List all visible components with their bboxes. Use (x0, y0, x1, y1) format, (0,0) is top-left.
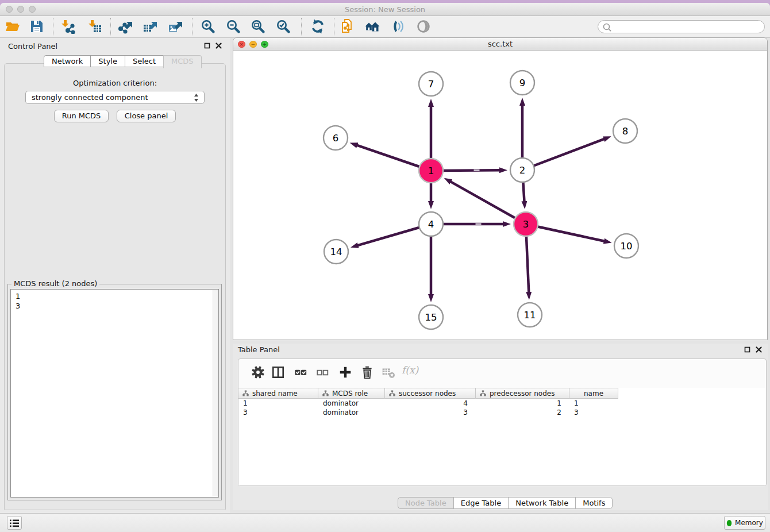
edge-2-8[interactable] (522, 139, 605, 170)
control-panel: Control Panel NetworkStyleSelectMCDS Opt… (0, 38, 230, 513)
svg-text:2: 2 (519, 165, 526, 176)
close-panel-icon[interactable] (215, 43, 222, 49)
node-15[interactable]: 15 (419, 305, 443, 329)
svg-text:6: 6 (333, 133, 339, 144)
float-panel-icon[interactable] (204, 43, 210, 49)
network-view-window: × − + scc.txt 7968124314101511 (233, 37, 768, 340)
tab-style[interactable]: Style (90, 55, 125, 67)
mcds-result-box: 13 (10, 289, 219, 498)
table-row[interactable]: 3dominator323 (238, 408, 766, 417)
add-row-icon[interactable] (338, 365, 352, 379)
run-mcds-button[interactable]: Run MCDS (54, 110, 109, 122)
table-cell: 1 (476, 399, 569, 408)
function-builder-icon[interactable]: f(x) (402, 364, 421, 378)
table-panel: Table Panel f(x) shared nameMCDS rolesuc… (233, 344, 768, 510)
svg-text:14: 14 (330, 246, 342, 257)
show-columns-icon[interactable] (271, 365, 285, 379)
float-table-panel-icon[interactable] (744, 346, 750, 353)
tab-motifs[interactable]: Motifs (575, 497, 613, 509)
delete-table-icon[interactable] (382, 365, 395, 379)
tab-mcds[interactable]: MCDS (163, 55, 202, 68)
table-cell: 3 (569, 408, 618, 417)
export-image-icon[interactable] (168, 19, 183, 34)
edge-3-1[interactable] (451, 182, 526, 224)
task-list-icon (7, 516, 21, 530)
edge-label-tick (476, 223, 482, 225)
zoom-in-icon[interactable] (201, 19, 215, 34)
tab-network[interactable]: Network (44, 55, 91, 67)
save-session-icon[interactable] (29, 19, 44, 34)
svg-text:9: 9 (519, 78, 526, 88)
import-network-icon[interactable] (60, 19, 75, 34)
column-header-predecessor-nodes[interactable]: predecessor nodes (476, 388, 569, 399)
import-public-network-icon[interactable] (340, 19, 355, 34)
column-header-name[interactable]: name (569, 388, 618, 399)
node-7[interactable]: 7 (419, 72, 443, 96)
select-all-icon[interactable] (294, 365, 307, 379)
network-graph[interactable]: 7968124314101511 (233, 51, 767, 340)
column-header-successor-nodes[interactable]: successor nodes (385, 388, 476, 399)
window-titlebar: Session: New Session (0, 3, 770, 16)
toolbar-separator (192, 18, 192, 36)
memory-button[interactable]: Memory (724, 516, 765, 530)
birds-eye-view-icon[interactable] (416, 19, 431, 34)
table-cell: 3 (238, 408, 318, 417)
svg-text:1: 1 (428, 165, 434, 176)
node-2[interactable]: 2 (510, 158, 534, 182)
deselect-all-icon[interactable] (315, 365, 329, 379)
mcds-result-group: MCDS result (2 nodes) 13 (7, 284, 222, 500)
import-table-icon[interactable] (87, 19, 102, 34)
svg-text:8: 8 (622, 126, 629, 137)
criterion-select[interactable]: strongly connected component (25, 91, 205, 104)
toolbar-separator (334, 18, 334, 36)
column-header-shared-name[interactable]: shared name (238, 388, 318, 399)
control-panel-tabs: NetworkStyleSelectMCDS (44, 55, 202, 68)
main-toolbar (0, 16, 770, 38)
open-session-icon[interactable] (5, 19, 20, 34)
control-panel-title: Control Panel (8, 42, 57, 51)
zoom-out-icon[interactable] (226, 19, 241, 34)
export-table-icon[interactable] (143, 19, 157, 34)
node-11[interactable]: 11 (518, 303, 542, 327)
toolbar-separator (110, 18, 111, 36)
node-3[interactable]: 3 (514, 212, 538, 236)
node-6[interactable]: 6 (324, 126, 348, 150)
export-network-icon[interactable] (118, 19, 133, 34)
close-table-panel-icon[interactable] (756, 346, 762, 353)
toolbar-separator (53, 18, 53, 36)
zoom-selected-icon[interactable] (276, 19, 291, 34)
tab-network-table[interactable]: Network Table (508, 497, 576, 509)
search-input[interactable] (598, 20, 765, 33)
task-history-button[interactable] (7, 516, 22, 530)
node-table: shared nameMCDS rolesuccessor nodesprede… (238, 388, 766, 485)
node-1[interactable]: 1 (419, 159, 443, 183)
column-header-MCDS-role[interactable]: MCDS role (318, 388, 385, 399)
node-10[interactable]: 10 (614, 234, 638, 258)
mcds-result-line: 3 (16, 301, 218, 311)
table-container: f(x) shared nameMCDS rolesuccessor nodes… (238, 358, 767, 486)
node-4[interactable]: 4 (419, 212, 443, 236)
toolbar-separator (301, 18, 302, 36)
refresh-icon[interactable] (310, 19, 325, 34)
tab-node-table[interactable]: Node Table (398, 497, 454, 509)
delete-row-icon[interactable] (360, 365, 374, 379)
mcds-result-title: MCDS result (2 nodes) (11, 279, 99, 288)
node-8[interactable]: 8 (613, 119, 637, 143)
column-settings-icon[interactable] (251, 365, 265, 379)
first-neighbors-icon[interactable] (365, 19, 380, 34)
tab-select[interactable]: Select (125, 55, 164, 67)
tab-edge-table[interactable]: Edge Table (453, 497, 509, 509)
edge-label-tick (474, 169, 480, 171)
zoom-fit-icon[interactable] (251, 19, 265, 34)
table-row[interactable]: 1dominator411 (238, 399, 766, 408)
node-9[interactable]: 9 (510, 71, 534, 95)
node-14[interactable]: 14 (324, 240, 348, 264)
table-panel-title: Table Panel (238, 345, 280, 354)
table-cell: dominator (318, 399, 385, 408)
hide-graphics-details-icon[interactable] (391, 19, 406, 34)
close-panel-button[interactable]: Close panel (117, 110, 176, 122)
scrollbar[interactable] (213, 290, 218, 496)
optimization-criterion-label: Optimization criterion: (0, 79, 230, 87)
status-bar: Memory (0, 513, 770, 532)
svg-text:10: 10 (621, 241, 633, 252)
